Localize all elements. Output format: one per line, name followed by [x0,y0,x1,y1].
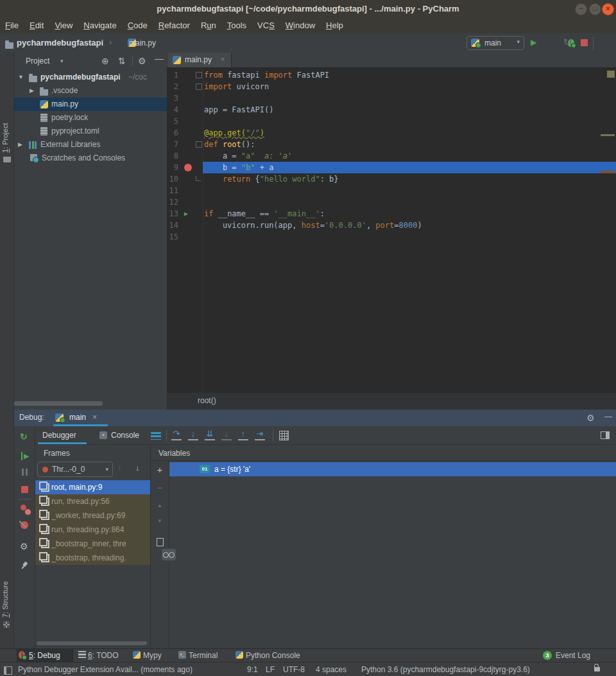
coverage-button[interactable]: ↻ [563,37,570,47]
code-line[interactable]: 5 [167,116,616,127]
breakpoint-stripe-marker[interactable] [601,171,615,173]
code-line[interactable]: 10 return {"hello world": b} [167,173,616,185]
line-number[interactable]: 3 [167,94,178,103]
pin-icon[interactable] [19,560,30,571]
chevron-collapsed-icon[interactable]: ▶ [18,141,22,148]
rerun-icon[interactable]: ↻ [20,431,28,442]
tree-row-vscode[interactable]: ▶ .vscode [14,84,167,98]
code-line[interactable]: 3 [167,92,616,104]
breadcrumb-scope[interactable]: root() [198,396,216,405]
code-line[interactable]: 12 [167,196,616,208]
remove-watch-icon[interactable]: − [151,482,169,493]
step-over-icon[interactable]: ↷ [171,429,182,440]
frame-row[interactable]: _bootstrap, threading. [35,551,150,565]
code-line[interactable]: 15 [167,231,616,243]
menu-run[interactable]: Run [201,21,216,30]
line-number[interactable]: 14 [167,221,178,230]
tree-row-poetry[interactable]: poetry.lock [14,111,167,125]
fold-marker-icon[interactable] [196,141,202,148]
close-icon[interactable]: × [92,413,97,422]
code-line[interactable]: 4 app = FastAPI() [167,104,616,116]
interpreter-info[interactable]: Python 3.6 (pycharmdebugfastapi-9cdjtyrg… [361,665,530,674]
menu-tools[interactable]: Tools [227,21,246,30]
tool-button-project[interactable]: 1: Project [1,107,9,153]
move-up-icon[interactable]: ▲ [151,503,169,508]
inspection-status-marker[interactable] [607,71,615,78]
code-line[interactable]: 6 @app.get("/") [167,127,616,139]
previous-frame-icon[interactable]: ↑ [117,463,122,472]
minimize-button[interactable]: − [575,3,587,15]
close-button[interactable]: × [602,3,614,15]
duplicate-watch-icon[interactable] [157,538,164,546]
move-down-icon[interactable]: ▼ [151,518,169,524]
frame-row[interactable]: run, threading.py:864 [35,523,150,537]
menu-code[interactable]: Code [128,21,148,30]
project-panel-title[interactable]: Project [26,56,49,65]
line-number[interactable]: 6 [167,128,178,137]
tree-row-pyproject[interactable]: pyproject.toml [14,125,167,138]
force-step-into-icon[interactable]: ↓ [221,429,232,440]
line-number[interactable]: 15 [167,232,178,241]
line-number[interactable]: 4 [167,105,178,114]
tab-debugger[interactable]: Debugger [42,431,76,440]
horizontal-scrollbar[interactable] [37,641,147,645]
error-stripe-marker[interactable] [601,134,615,136]
menu-window[interactable]: Window [286,21,315,30]
line-number[interactable]: 10 [167,175,178,184]
code-line[interactable]: 7 def root(): [167,139,616,150]
gear-icon[interactable]: ⚙ [586,413,595,423]
menu-file[interactable]: File [5,21,19,30]
tab-console[interactable]: Console [111,431,139,440]
maximize-button[interactable]: □ [589,3,601,15]
breadcrumb-project[interactable]: pycharmdebugfastapi [17,38,103,48]
run-configuration-select[interactable]: main ▾ [466,36,524,50]
menu-navigate[interactable]: Navigate [83,21,116,30]
frame-row[interactable]: _worker, thread.py:69 [35,508,150,523]
hide-panel-icon[interactable]: — [155,53,164,64]
code-line[interactable]: 11 [167,185,616,196]
collapse-all-icon[interactable]: ⇅ [118,56,126,66]
run-button[interactable]: ▶ [531,38,536,47]
line-number[interactable]: 7 [167,140,178,149]
line-number[interactable]: 1 [167,71,178,80]
restore-layout-icon[interactable] [601,431,610,439]
frame-row[interactable]: _bootstrap_inner, thre [35,537,150,551]
breadcrumb-file[interactable]: main.py [129,39,156,48]
indent-setting[interactable]: 4 spaces [316,665,346,674]
run-to-cursor-icon[interactable]: ⇥ [255,429,265,440]
caret-position[interactable]: 9:1 [247,665,258,674]
menu-vcs[interactable]: VCS [257,21,275,30]
evaluate-expression-icon[interactable] [279,431,289,440]
frame-row[interactable]: root, main.py:9 [35,480,150,494]
line-number[interactable]: 13 [167,209,178,218]
show-watches-icon[interactable] [162,549,176,560]
fold-marker-icon[interactable] [196,83,202,90]
code-editor[interactable]: 1 from fastapi import FastAPI 2 import u… [167,68,616,393]
line-number[interactable]: 9 [167,163,178,172]
locate-file-icon[interactable]: ⊕ [101,56,109,66]
code-line[interactable]: 2 import uvicorn [167,81,616,92]
menu-refactor[interactable]: Refactor [158,21,190,30]
debug-session-tab[interactable]: main [69,413,86,422]
line-ending[interactable]: LF [266,665,275,674]
horizontal-scrollbar[interactable] [14,401,103,406]
fold-marker-icon[interactable] [196,72,202,78]
view-breakpoints-icon-2[interactable] [24,508,31,516]
tree-row-root[interactable]: ▼ pycharmdebugfastapi ~/coc [14,71,167,84]
resume-program-icon[interactable]: ▶ [21,452,29,460]
chevron-expanded-icon[interactable]: ▼ [18,74,24,80]
variable-row[interactable]: 01 a = {str} 'a' [169,462,616,476]
toolwindow-debug[interactable]: 5: Debug [17,649,73,662]
breakpoint-icon[interactable] [184,164,192,171]
chevron-collapsed-icon[interactable]: ▶ [30,87,34,94]
menu-edit[interactable]: Edit [30,21,44,30]
tree-row-scratches[interactable]: Scratches and Consoles [14,152,167,165]
code-line[interactable]: 14 uvicorn.run(app, host='0.0.0.0', port… [167,220,616,231]
tree-row-external-libraries[interactable]: ▶ External Libraries [14,138,167,152]
editor-tab-mainpy[interactable]: main.py × [168,53,232,67]
toolwindow-toggle-icon[interactable] [4,666,12,675]
layout-menu-icon[interactable] [151,432,161,440]
tool-button-structure[interactable]: 7: Structure [1,561,9,618]
frame-row[interactable]: run, thread.py:56 [35,494,150,508]
stop-button[interactable] [581,39,588,46]
